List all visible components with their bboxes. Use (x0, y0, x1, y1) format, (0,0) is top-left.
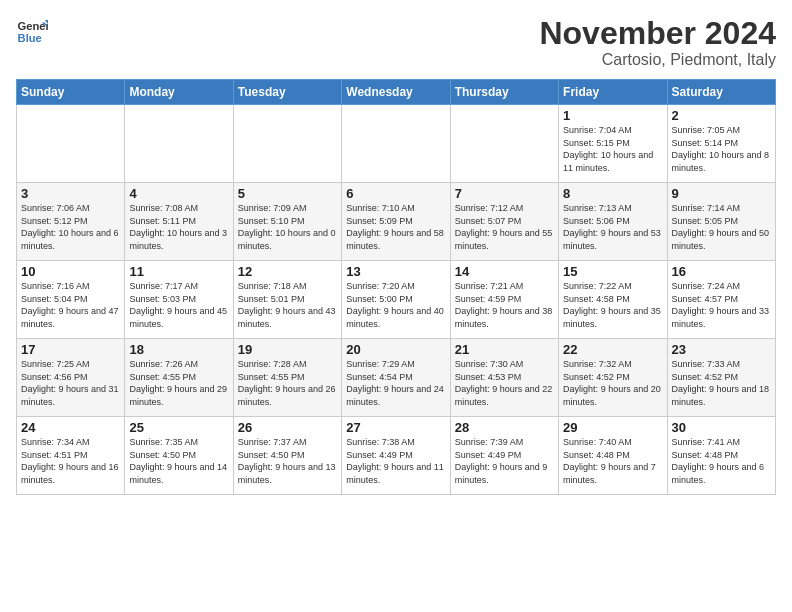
day-info: Sunrise: 7:08 AM Sunset: 5:11 PM Dayligh… (129, 202, 228, 252)
cell-3-0: 17Sunrise: 7:25 AM Sunset: 4:56 PM Dayli… (17, 339, 125, 417)
cell-1-4: 7Sunrise: 7:12 AM Sunset: 5:07 PM Daylig… (450, 183, 558, 261)
day-number: 8 (563, 186, 662, 201)
day-info: Sunrise: 7:24 AM Sunset: 4:57 PM Dayligh… (672, 280, 771, 330)
day-number: 1 (563, 108, 662, 123)
cell-2-6: 16Sunrise: 7:24 AM Sunset: 4:57 PM Dayli… (667, 261, 775, 339)
day-info: Sunrise: 7:09 AM Sunset: 5:10 PM Dayligh… (238, 202, 337, 252)
day-number: 9 (672, 186, 771, 201)
day-number: 28 (455, 420, 554, 435)
day-number: 17 (21, 342, 120, 357)
cell-0-1 (125, 105, 233, 183)
cell-0-3 (342, 105, 450, 183)
header-row: Sunday Monday Tuesday Wednesday Thursday… (17, 80, 776, 105)
week-row-2: 10Sunrise: 7:16 AM Sunset: 5:04 PM Dayli… (17, 261, 776, 339)
cell-1-6: 9Sunrise: 7:14 AM Sunset: 5:05 PM Daylig… (667, 183, 775, 261)
day-info: Sunrise: 7:33 AM Sunset: 4:52 PM Dayligh… (672, 358, 771, 408)
cell-0-0 (17, 105, 125, 183)
cell-1-3: 6Sunrise: 7:10 AM Sunset: 5:09 PM Daylig… (342, 183, 450, 261)
col-friday: Friday (559, 80, 667, 105)
cell-4-1: 25Sunrise: 7:35 AM Sunset: 4:50 PM Dayli… (125, 417, 233, 495)
day-number: 13 (346, 264, 445, 279)
cell-1-2: 5Sunrise: 7:09 AM Sunset: 5:10 PM Daylig… (233, 183, 341, 261)
col-saturday: Saturday (667, 80, 775, 105)
day-number: 20 (346, 342, 445, 357)
day-info: Sunrise: 7:28 AM Sunset: 4:55 PM Dayligh… (238, 358, 337, 408)
week-row-1: 3Sunrise: 7:06 AM Sunset: 5:12 PM Daylig… (17, 183, 776, 261)
day-info: Sunrise: 7:17 AM Sunset: 5:03 PM Dayligh… (129, 280, 228, 330)
day-info: Sunrise: 7:10 AM Sunset: 5:09 PM Dayligh… (346, 202, 445, 252)
day-number: 11 (129, 264, 228, 279)
day-info: Sunrise: 7:25 AM Sunset: 4:56 PM Dayligh… (21, 358, 120, 408)
cell-1-0: 3Sunrise: 7:06 AM Sunset: 5:12 PM Daylig… (17, 183, 125, 261)
day-number: 22 (563, 342, 662, 357)
calendar-table: Sunday Monday Tuesday Wednesday Thursday… (16, 79, 776, 495)
day-number: 3 (21, 186, 120, 201)
day-number: 12 (238, 264, 337, 279)
day-number: 7 (455, 186, 554, 201)
day-number: 14 (455, 264, 554, 279)
logo-icon: General Blue (16, 16, 48, 48)
page: General Blue November 2024 Cartosio, Pie… (0, 0, 792, 503)
day-info: Sunrise: 7:39 AM Sunset: 4:49 PM Dayligh… (455, 436, 554, 486)
col-thursday: Thursday (450, 80, 558, 105)
col-tuesday: Tuesday (233, 80, 341, 105)
location: Cartosio, Piedmont, Italy (539, 51, 776, 69)
cell-4-5: 29Sunrise: 7:40 AM Sunset: 4:48 PM Dayli… (559, 417, 667, 495)
day-info: Sunrise: 7:21 AM Sunset: 4:59 PM Dayligh… (455, 280, 554, 330)
cell-3-5: 22Sunrise: 7:32 AM Sunset: 4:52 PM Dayli… (559, 339, 667, 417)
cell-2-0: 10Sunrise: 7:16 AM Sunset: 5:04 PM Dayli… (17, 261, 125, 339)
day-info: Sunrise: 7:38 AM Sunset: 4:49 PM Dayligh… (346, 436, 445, 486)
day-number: 4 (129, 186, 228, 201)
day-info: Sunrise: 7:13 AM Sunset: 5:06 PM Dayligh… (563, 202, 662, 252)
day-info: Sunrise: 7:22 AM Sunset: 4:58 PM Dayligh… (563, 280, 662, 330)
header: General Blue November 2024 Cartosio, Pie… (16, 16, 776, 69)
day-number: 25 (129, 420, 228, 435)
day-info: Sunrise: 7:32 AM Sunset: 4:52 PM Dayligh… (563, 358, 662, 408)
cell-2-1: 11Sunrise: 7:17 AM Sunset: 5:03 PM Dayli… (125, 261, 233, 339)
day-number: 16 (672, 264, 771, 279)
col-monday: Monday (125, 80, 233, 105)
day-number: 18 (129, 342, 228, 357)
day-info: Sunrise: 7:04 AM Sunset: 5:15 PM Dayligh… (563, 124, 662, 174)
cell-2-5: 15Sunrise: 7:22 AM Sunset: 4:58 PM Dayli… (559, 261, 667, 339)
day-number: 30 (672, 420, 771, 435)
day-info: Sunrise: 7:18 AM Sunset: 5:01 PM Dayligh… (238, 280, 337, 330)
day-info: Sunrise: 7:41 AM Sunset: 4:48 PM Dayligh… (672, 436, 771, 486)
cell-4-0: 24Sunrise: 7:34 AM Sunset: 4:51 PM Dayli… (17, 417, 125, 495)
col-wednesday: Wednesday (342, 80, 450, 105)
day-number: 5 (238, 186, 337, 201)
cell-1-5: 8Sunrise: 7:13 AM Sunset: 5:06 PM Daylig… (559, 183, 667, 261)
day-number: 23 (672, 342, 771, 357)
day-number: 29 (563, 420, 662, 435)
svg-text:Blue: Blue (18, 32, 42, 44)
day-info: Sunrise: 7:20 AM Sunset: 5:00 PM Dayligh… (346, 280, 445, 330)
cell-3-1: 18Sunrise: 7:26 AM Sunset: 4:55 PM Dayli… (125, 339, 233, 417)
week-row-4: 24Sunrise: 7:34 AM Sunset: 4:51 PM Dayli… (17, 417, 776, 495)
day-info: Sunrise: 7:40 AM Sunset: 4:48 PM Dayligh… (563, 436, 662, 486)
week-row-0: 1Sunrise: 7:04 AM Sunset: 5:15 PM Daylig… (17, 105, 776, 183)
day-number: 6 (346, 186, 445, 201)
cell-4-6: 30Sunrise: 7:41 AM Sunset: 4:48 PM Dayli… (667, 417, 775, 495)
month-title: November 2024 (539, 16, 776, 51)
day-info: Sunrise: 7:12 AM Sunset: 5:07 PM Dayligh… (455, 202, 554, 252)
day-info: Sunrise: 7:34 AM Sunset: 4:51 PM Dayligh… (21, 436, 120, 486)
day-number: 10 (21, 264, 120, 279)
cell-2-3: 13Sunrise: 7:20 AM Sunset: 5:00 PM Dayli… (342, 261, 450, 339)
cell-0-4 (450, 105, 558, 183)
cell-3-2: 19Sunrise: 7:28 AM Sunset: 4:55 PM Dayli… (233, 339, 341, 417)
day-info: Sunrise: 7:05 AM Sunset: 5:14 PM Dayligh… (672, 124, 771, 174)
day-number: 26 (238, 420, 337, 435)
day-number: 27 (346, 420, 445, 435)
cell-4-3: 27Sunrise: 7:38 AM Sunset: 4:49 PM Dayli… (342, 417, 450, 495)
day-number: 2 (672, 108, 771, 123)
title-block: November 2024 Cartosio, Piedmont, Italy (539, 16, 776, 69)
week-row-3: 17Sunrise: 7:25 AM Sunset: 4:56 PM Dayli… (17, 339, 776, 417)
day-info: Sunrise: 7:14 AM Sunset: 5:05 PM Dayligh… (672, 202, 771, 252)
day-number: 24 (21, 420, 120, 435)
day-number: 15 (563, 264, 662, 279)
day-info: Sunrise: 7:06 AM Sunset: 5:12 PM Dayligh… (21, 202, 120, 252)
day-info: Sunrise: 7:29 AM Sunset: 4:54 PM Dayligh… (346, 358, 445, 408)
cell-3-6: 23Sunrise: 7:33 AM Sunset: 4:52 PM Dayli… (667, 339, 775, 417)
col-sunday: Sunday (17, 80, 125, 105)
cell-0-5: 1Sunrise: 7:04 AM Sunset: 5:15 PM Daylig… (559, 105, 667, 183)
